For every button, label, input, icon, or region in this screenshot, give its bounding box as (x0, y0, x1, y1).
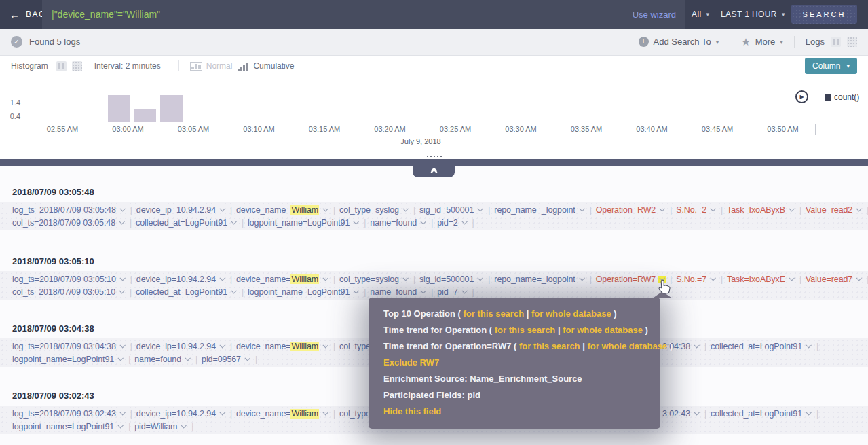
log-field[interactable]: device_name=William (236, 342, 329, 351)
popup-link[interactable]: for this search (495, 325, 556, 335)
field-dropdown-caret[interactable] (402, 207, 409, 213)
log-field[interactable]: device_ip=10.94.2.94 (136, 409, 226, 419)
field-dropdown-caret[interactable] (476, 207, 484, 213)
field-dropdown-caret[interactable] (118, 219, 126, 226)
field-dropdown-caret[interactable] (461, 289, 468, 296)
field-dropdown-caret[interactable] (352, 289, 360, 296)
field-dropdown-caret[interactable] (322, 207, 329, 213)
field-dropdown-caret[interactable] (322, 410, 329, 417)
log-field[interactable]: col_type=syslog (339, 205, 409, 215)
field-dropdown-caret[interactable] (117, 356, 124, 363)
log-field[interactable]: device_name=William (236, 205, 329, 215)
popup-link[interactable]: for whole database (563, 325, 643, 335)
log-field[interactable]: name=found (370, 218, 427, 228)
field-dropdown-caret[interactable] (244, 356, 251, 363)
field-dropdown-caret[interactable] (476, 276, 484, 283)
log-field[interactable]: repo_name=_logpoint (494, 274, 585, 284)
popup-link[interactable]: for this search (464, 308, 525, 319)
log-field[interactable]: collected_at=LogPoint91 (136, 218, 238, 228)
field-dropdown-caret[interactable] (578, 207, 586, 213)
field-dropdown-caret[interactable] (119, 207, 126, 213)
field-dropdown-caret[interactable] (658, 207, 666, 213)
log-field[interactable]: Operation=RW2 (596, 205, 666, 215)
field-dropdown-caret[interactable] (119, 276, 126, 283)
field-dropdown-caret[interactable] (693, 410, 700, 417)
log-field[interactable]: logpoint_name=LogPoint91 (248, 287, 360, 297)
log-field[interactable]: col_ts=2018/07/09 03:05:10 (12, 287, 126, 297)
log-field[interactable]: S.No.=7 (676, 274, 717, 284)
log-field[interactable]: log_ts=2018/07/09 03:05:10 (12, 274, 126, 284)
log-field[interactable]: log_ts=2018/07/09 03:05:48 (12, 205, 126, 215)
log-field[interactable]: col_ts=2018/07/09 03:05:48 (12, 218, 126, 228)
log-field[interactable]: name=found (134, 355, 191, 364)
field-dropdown-caret[interactable] (119, 410, 126, 417)
log-field[interactable]: col_type=syslog (339, 274, 409, 284)
log-field[interactable]: pid=09567 (202, 355, 251, 364)
field-dropdown-caret[interactable] (219, 207, 226, 213)
log-field[interactable]: device_ip=10.94.2.94 (136, 342, 226, 351)
field-dropdown-caret[interactable] (322, 343, 329, 350)
log-field[interactable]: Value=read2 (806, 205, 863, 215)
field-dropdown-caret[interactable] (788, 207, 795, 213)
log-field[interactable]: collected_at=LogPoint91 (711, 342, 812, 351)
log-field[interactable]: collected_at=LogPoint91 (711, 409, 812, 419)
field-dropdown-caret[interactable] (117, 423, 124, 430)
field-dropdown-caret[interactable] (219, 276, 226, 283)
field-dropdown-caret[interactable] (219, 343, 226, 350)
log-field[interactable]: S.No.=2 (676, 205, 717, 215)
field-dropdown-caret[interactable] (118, 289, 126, 296)
log-field[interactable]: logpoint_name=LogPoint91 (12, 355, 124, 364)
field-dropdown-caret[interactable] (709, 276, 717, 283)
popup-link[interactable]: for whole database (531, 308, 611, 319)
field-dropdown-caret[interactable] (230, 219, 238, 226)
log-field[interactable]: log_ts=2018/07/09 03:04:38 (12, 342, 126, 351)
log-field[interactable]: name=found (370, 287, 427, 297)
field-dropdown-caret[interactable] (805, 343, 812, 350)
log-field[interactable]: 3:02:43 (662, 409, 700, 419)
field-dropdown-caret[interactable] (352, 219, 360, 226)
log-field[interactable]: sig_id=500001 (419, 274, 484, 284)
field-dropdown-caret[interactable] (788, 276, 795, 283)
log-field[interactable]: Task=IxoAByxE (727, 274, 795, 284)
field-dropdown-caret[interactable] (461, 219, 468, 226)
log-field[interactable]: Operation=RW7 (596, 274, 666, 284)
field-dropdown-caret[interactable] (419, 219, 427, 226)
log-field[interactable]: pid=7 (437, 287, 468, 297)
field-dropdown-caret[interactable] (419, 289, 427, 296)
popup-link[interactable]: for this search (519, 341, 580, 351)
field-dropdown-caret[interactable] (219, 410, 226, 417)
field-dropdown-caret[interactable] (119, 343, 126, 350)
log-field[interactable]: device_ip=10.94.2.94 (136, 274, 226, 284)
log-field[interactable]: device_name=William (236, 409, 329, 419)
log-field[interactable]: pid=William (134, 422, 187, 431)
log-field[interactable]: Value=read7 (806, 274, 863, 284)
field-dropdown-caret[interactable] (693, 343, 700, 350)
field-dropdown-caret[interactable] (658, 276, 666, 283)
field-dropdown-caret[interactable] (709, 207, 717, 213)
log-field[interactable]: pid=2 (437, 218, 468, 228)
popup-link[interactable]: Exclude RW7 (383, 357, 439, 368)
field-dropdown-caret[interactable] (855, 207, 863, 213)
field-dropdown-caret[interactable] (855, 276, 863, 283)
field-dropdown-caret[interactable] (402, 276, 409, 283)
log-field[interactable]: repo_name=_logpoint (494, 205, 585, 215)
log-field[interactable]: collected_at=LogPoint91 (136, 287, 238, 297)
log-field[interactable]: logpoint_name=LogPoint91 (248, 218, 360, 228)
log-field[interactable]: log_ts=2018/07/09 03:02:43 (12, 409, 126, 419)
field-dropdown-caret[interactable] (322, 276, 329, 283)
field-dropdown-caret[interactable] (578, 276, 586, 283)
collapse-histogram-tab[interactable] (413, 166, 455, 177)
field-dropdown-caret[interactable] (180, 423, 187, 430)
popup-link[interactable]: Hide this field (383, 406, 441, 416)
log-field[interactable]: Task=IxoAByxB (727, 205, 795, 215)
log-field[interactable]: col_type (339, 342, 371, 351)
field-dropdown-caret[interactable] (184, 356, 191, 363)
field-dropdown-caret[interactable] (805, 410, 812, 417)
log-field[interactable]: device_name=William (236, 274, 329, 284)
log-field[interactable]: sig_id=500001 (419, 205, 484, 215)
log-field[interactable]: logpoint_name=LogPoint91 (12, 422, 124, 431)
log-field[interactable]: device_ip=10.94.2.94 (136, 205, 226, 215)
popup-link[interactable]: for whole database (587, 341, 667, 351)
log-field[interactable]: col_type (339, 409, 371, 419)
field-dropdown-caret[interactable] (230, 289, 238, 296)
